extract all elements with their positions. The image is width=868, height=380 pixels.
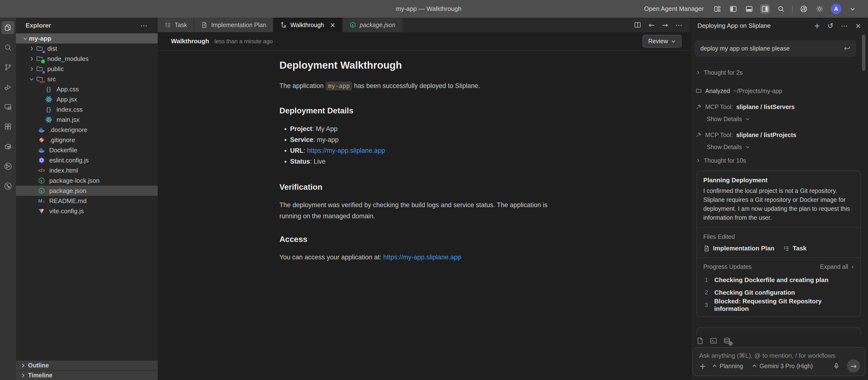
chevron-right-icon <box>28 56 35 61</box>
user-avatar[interactable]: A <box>831 4 841 14</box>
search-icon[interactable] <box>776 4 786 14</box>
tree-item-public[interactable]: public <box>16 64 158 74</box>
progress-item-1[interactable]: 1 Checking Dockerfile and creating plan <box>703 274 854 286</box>
window-title: my-app — Walkthrough <box>396 5 462 12</box>
toggle-left-panel-icon[interactable] <box>728 4 738 14</box>
panel-more-icon[interactable]: ⋯ <box>841 22 848 30</box>
thought-row-2[interactable]: Thought for 10s <box>691 156 868 165</box>
navigate-forward-icon[interactable]: → <box>662 21 668 29</box>
tabbar-spacer <box>403 18 634 32</box>
progress-item-3[interactable]: 3 Blocked: Requesting Git Repository inf… <box>703 299 854 311</box>
node-json-file-icon <box>349 22 356 28</box>
split-editor-icon[interactable] <box>634 21 642 29</box>
chevron-right-icon <box>695 70 701 75</box>
remote-explorer-icon[interactable] <box>1 100 14 113</box>
navigate-back-icon[interactable]: ← <box>649 21 655 29</box>
outline-section[interactable]: Outline <box>16 360 158 370</box>
explorer-sidebar: Explorer ⋯ my-app dist node_modules <box>16 18 158 380</box>
tree-item-my-app[interactable]: my-app <box>16 33 158 43</box>
model-selector[interactable]: Gemini 3 Pro (High) <box>752 362 813 370</box>
tree-item-readme[interactable]: M↓ README.md <box>16 196 158 206</box>
server-stack-icon[interactable] <box>723 337 731 345</box>
deployment-url-link[interactable]: https://my-app.sliplane.app <box>307 147 385 154</box>
tab-package-json[interactable]: package.json <box>343 18 402 32</box>
browser-icon[interactable] <box>799 4 809 14</box>
layout-grid-icon[interactable] <box>712 4 722 14</box>
agent-tools-icon[interactable] <box>1 180 14 193</box>
tree-item-dockerignore[interactable]: .dockerignore <box>16 125 158 135</box>
expand-all-button[interactable]: Expand all ‹ <box>820 263 854 270</box>
tree-item-main-jsx[interactable]: main.jsx <box>16 115 158 125</box>
mcp-tool-row-1[interactable]: MCP Tool: sliplane / listServers <box>691 102 868 112</box>
source-control-icon[interactable] <box>1 61 14 74</box>
progress-item-2[interactable]: 2 Checking Git configuration <box>703 286 854 299</box>
details-list: Project: My App Service: my-app URL: htt… <box>279 123 564 167</box>
run-debug-icon[interactable] <box>1 81 14 93</box>
tree-item-app-jsx[interactable]: App.jsx <box>16 94 158 105</box>
tab-walkthrough[interactable]: Walkthrough × <box>273 18 342 32</box>
tree-item-index-html[interactable]: </> index.html <box>16 165 158 175</box>
chevron-right-icon <box>28 66 35 71</box>
attach-file-icon[interactable] <box>696 337 704 345</box>
folder-icon <box>35 55 44 62</box>
tree-item-app-css[interactable]: {} App.css <box>16 84 158 94</box>
editor-more-icon[interactable]: ⋯ <box>675 21 683 29</box>
chat-input-box[interactable]: Ask anything (⌘L), @ to mention, / for w… <box>692 347 865 376</box>
restore-checkpoint-icon[interactable]: ↩ <box>844 44 850 53</box>
folder-icon <box>35 45 44 52</box>
tree-item-dockerfile[interactable]: Dockerfile <box>16 145 158 155</box>
tree-item-package-lock[interactable]: package-lock.json <box>16 175 158 186</box>
open-agent-manager-button[interactable]: Open Agent Manager <box>644 5 704 12</box>
tree-item-node-modules[interactable]: node_modules <box>16 54 158 64</box>
chevron-down-icon <box>745 145 750 149</box>
edited-file-task[interactable]: Task <box>783 245 806 252</box>
account-chevron-down-icon[interactable] <box>848 4 857 14</box>
add-context-icon[interactable]: + <box>699 361 706 371</box>
detail-service: Service: my-app <box>290 135 564 145</box>
timeline-section[interactable]: Timeline <box>16 370 158 380</box>
microphone-icon[interactable] <box>833 362 840 369</box>
show-details-toggle-2[interactable]: Show Details <box>691 142 868 152</box>
mcp-tool-row-2[interactable]: MCP Tool: sliplane / listProjects <box>691 130 868 140</box>
explorer-more-icon[interactable]: ⋯ <box>140 21 148 30</box>
agent-sessions-icon[interactable] <box>1 160 14 173</box>
extensions-icon[interactable] <box>1 120 14 133</box>
toggle-right-panel-icon[interactable] <box>760 4 770 14</box>
edited-file-implementation-plan[interactable]: Implementation Plan <box>703 245 774 252</box>
show-details-toggle-1[interactable]: Show Details <box>691 114 868 124</box>
close-tab-icon[interactable]: × <box>330 21 336 29</box>
sidebar-bottom-sections: Outline Timeline <box>16 360 158 380</box>
editor-area: Task Implementation Plan Walkthrough × p… <box>158 18 691 380</box>
panel-scrollbar[interactable] <box>862 35 865 71</box>
tree-item-gitignore[interactable]: .gitignore <box>16 135 158 145</box>
settings-gear-icon[interactable] <box>815 4 825 14</box>
tab-task[interactable]: Task <box>158 18 194 32</box>
mode-selector[interactable]: Planning <box>712 362 743 370</box>
eslint-file-icon <box>37 157 46 164</box>
close-panel-icon[interactable]: × <box>855 22 861 30</box>
analyzed-row[interactable]: Analyzed ~/Projects/my-app <box>691 86 868 96</box>
explorer-icon[interactable] <box>1 21 14 34</box>
tree-item-eslint-config[interactable]: eslint.config.js <box>16 155 158 165</box>
tree-item-index-css[interactable]: {} index.css <box>16 105 158 115</box>
search-sidebar-icon[interactable] <box>1 41 14 54</box>
terminal-icon[interactable] <box>710 337 717 345</box>
send-button[interactable]: → <box>847 359 860 373</box>
vite-file-icon <box>37 207 46 215</box>
access-url-link[interactable]: https://my-app.sliplane.app <box>383 254 461 261</box>
tree-item-dist[interactable]: dist <box>16 43 158 54</box>
chat-input-placeholder[interactable]: Ask anything (⌘L), @ to mention, / for w… <box>699 352 860 359</box>
tree-item-package-json[interactable]: package.json <box>16 186 158 196</box>
containers-icon[interactable] <box>1 140 14 153</box>
tab-implementation-plan[interactable]: Implementation Plan <box>194 18 273 32</box>
toggle-bottom-panel-icon[interactable] <box>744 4 754 14</box>
review-button[interactable]: Review <box>643 35 682 48</box>
tree-item-vite-config[interactable]: vite.config.js <box>16 206 158 216</box>
tree-item-src[interactable]: </> src <box>16 74 158 84</box>
new-chat-icon[interactable]: + <box>814 22 820 30</box>
thought-row-1[interactable]: Thought for 2s <box>691 68 868 77</box>
agent-session-title: Deploying App on Sliplane <box>698 22 771 29</box>
history-icon[interactable]: ↺ <box>828 22 834 30</box>
chevron-up-icon <box>752 363 757 369</box>
doc-intro: The application my-app has been successf… <box>279 80 564 92</box>
